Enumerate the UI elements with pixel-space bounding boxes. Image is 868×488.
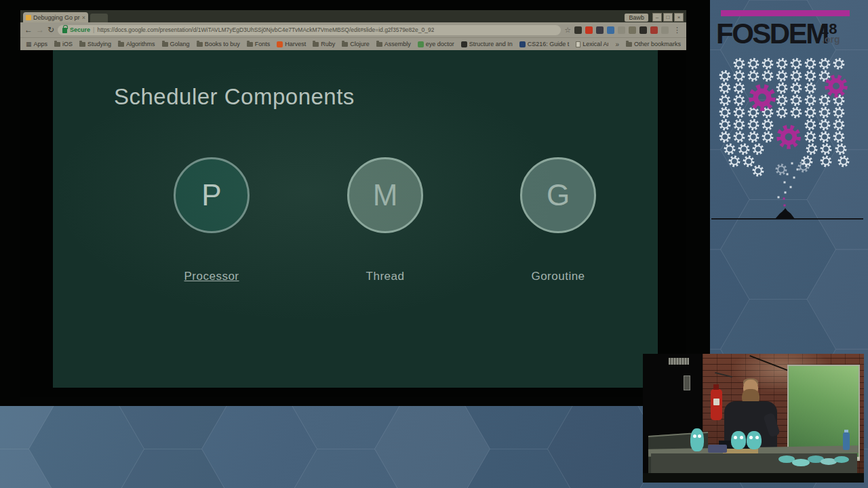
extension-icon[interactable] — [629, 26, 636, 34]
component-p: PProcessor — [144, 157, 279, 283]
component-letter: P — [201, 178, 221, 212]
gear-icon — [825, 75, 848, 98]
bookmark-label: Algorithms — [126, 41, 155, 47]
padlock-icon — [62, 28, 67, 33]
extension-icon[interactable] — [607, 26, 614, 34]
bookmark-item[interactable]: iOS — [54, 41, 73, 47]
gear-icon — [819, 131, 831, 143]
maximize-button[interactable]: □ — [663, 13, 673, 22]
projector-screen: Debugging Go prog × Bawb – □ × ← → ↻ S — [0, 0, 710, 406]
bookmark-label: CS216: Guide t — [528, 41, 570, 47]
other-bookmarks[interactable]: Other bookmarks — [626, 41, 681, 47]
bookmark-item[interactable]: Studying — [79, 41, 111, 47]
tab-title: Debugging Go prog — [33, 14, 80, 21]
opera-icon[interactable] — [585, 26, 593, 34]
bookmark-item[interactable]: CS216: Guide t — [519, 41, 570, 47]
component-g: GGoroutine — [490, 157, 626, 283]
extension-icon[interactable] — [596, 26, 604, 34]
bookmark-item[interactable]: Assembly — [376, 41, 411, 47]
minimize-button[interactable]: – — [652, 13, 662, 22]
gear-icon — [748, 131, 760, 143]
component-letter: M — [373, 178, 398, 212]
gear-icon — [753, 144, 764, 155]
gear-icon — [838, 156, 850, 167]
bookmark-label: Clojure — [350, 41, 370, 47]
bookmarks-overflow-icon[interactable]: » — [615, 41, 619, 48]
bookmark-item[interactable]: Golang — [162, 41, 190, 47]
bookmark-label: Apps — [34, 41, 48, 47]
falling-particle — [793, 177, 795, 179]
profile-name[interactable]: Bawb — [625, 14, 648, 22]
gear-icon — [748, 119, 760, 131]
gear-icon — [753, 165, 764, 177]
extension-icon[interactable] — [661, 26, 669, 34]
forward-icon[interactable]: → — [36, 26, 44, 34]
bookmark-favicon-icon — [461, 41, 467, 47]
folder-icon — [313, 42, 319, 47]
water-bottle — [843, 432, 850, 450]
gear-icon — [734, 83, 745, 94]
extension-icon[interactable] — [650, 26, 658, 34]
gear-icon — [791, 107, 802, 119]
bookmark-item[interactable]: Fonts — [247, 41, 271, 47]
back-icon[interactable]: ← — [24, 26, 33, 34]
window-controls: – □ × — [652, 13, 684, 22]
bookmark-item[interactable]: Lexical Analysis — [576, 41, 608, 47]
browser-tab[interactable]: Debugging Go prog × — [23, 12, 88, 22]
folder-icon — [79, 42, 85, 47]
bookmark-favicon-icon — [519, 41, 526, 47]
component-label: Goroutine — [490, 270, 626, 283]
gear-icon — [719, 119, 731, 131]
extension-icon[interactable] — [574, 26, 582, 34]
gear-icon — [734, 95, 745, 106]
gear-icon — [762, 70, 774, 82]
gear-icon — [806, 144, 818, 155]
gear-icon — [833, 107, 845, 119]
bookmark-item[interactable]: Books to buy — [197, 41, 240, 47]
gear-icon — [734, 70, 745, 82]
new-tab-button[interactable] — [90, 14, 108, 22]
bookmark-label: Fonts — [255, 41, 271, 47]
bookmark-item[interactable]: Structure and In — [461, 41, 513, 47]
gear-icon — [734, 119, 745, 131]
adblock-icon[interactable] — [639, 26, 647, 34]
gear-icon — [734, 58, 745, 70]
browser-toolbar: ← → ↻ Secure | https://docs.google.com/p… — [20, 22, 686, 37]
bookmark-item[interactable]: Ruby — [313, 41, 335, 47]
extension-icon[interactable] — [618, 26, 625, 34]
bookmark-item[interactable]: Harvest — [277, 41, 306, 47]
address-bar[interactable]: Secure | https://docs.google.com/present… — [58, 25, 561, 35]
browser-menu-icon[interactable]: ⋮ — [672, 26, 682, 35]
gear-icon — [798, 161, 810, 173]
bookmark-item[interactable]: Algorithms — [118, 41, 155, 47]
plush-pile — [834, 456, 849, 463]
reload-icon[interactable]: ↻ — [47, 26, 54, 34]
gopher-plush — [731, 431, 746, 449]
gear-icon — [776, 125, 801, 148]
bookmark-item[interactable]: Clojure — [342, 41, 370, 47]
bookmark-label: iOS — [62, 41, 73, 47]
bookmark-label: Structure and In — [469, 41, 513, 47]
gear-icon — [805, 131, 816, 143]
bookmark-item[interactable]: eye doctor — [418, 41, 454, 47]
gear-icon — [819, 119, 831, 131]
cups — [708, 445, 727, 453]
gear-icon — [805, 70, 816, 82]
gear-icon — [724, 144, 736, 155]
component-circle-g: G — [520, 157, 596, 233]
gear-icon — [776, 58, 788, 70]
bookmark-items: ▦AppsiOSStudyingAlgorithmsGolangBooks to… — [26, 41, 608, 47]
video-frame: Debugging Go prog × Bawb – □ × ← → ↻ S — [0, 0, 868, 488]
gear-icon — [719, 83, 731, 94]
gear-icon — [748, 58, 760, 70]
bookmark-item[interactable]: ▦Apps — [26, 41, 47, 47]
bookmark-star-icon[interactable]: ☆ — [564, 26, 571, 35]
gopher-plush — [690, 428, 704, 451]
tab-close-icon[interactable]: × — [82, 14, 85, 21]
close-button[interactable]: × — [674, 13, 684, 22]
gear-icon — [729, 156, 741, 167]
gear-icon — [776, 83, 788, 94]
gear-icon — [734, 107, 745, 119]
gear-icon — [762, 119, 774, 131]
plush-pile — [792, 459, 810, 466]
